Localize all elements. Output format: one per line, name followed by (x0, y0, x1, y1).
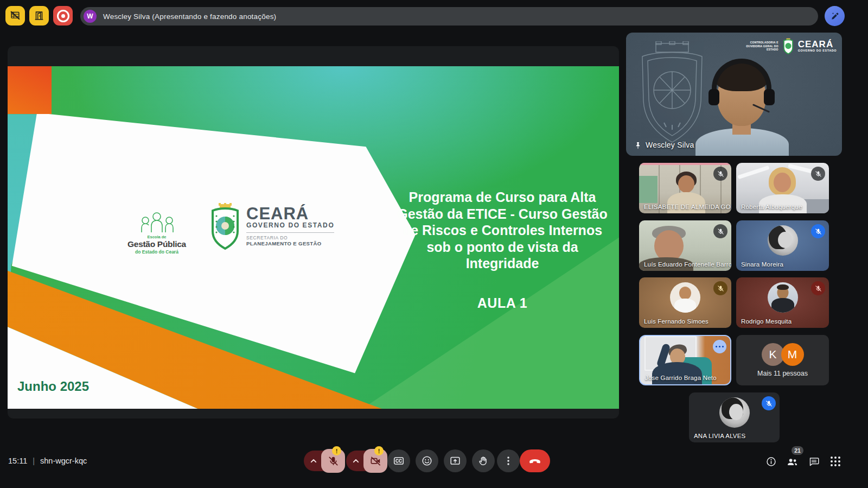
participant-tile-elisabete[interactable]: ELISABETE DE ALMEIDA GOM... (639, 163, 731, 213)
mute-indicator (811, 224, 825, 238)
slide-shape-red-block (8, 66, 52, 114)
tile-menu-button[interactable] (713, 340, 726, 353)
chat-icon (808, 456, 820, 467)
gov-logo-line3: SECRETARIA DO (246, 235, 334, 240)
people-icon (786, 455, 799, 468)
egp-people-icon (134, 212, 180, 233)
chevron-up-icon (308, 455, 319, 466)
participant-name: Luís Eduardo Fontenelle Barros (644, 261, 731, 268)
chat-button[interactable] (807, 455, 820, 468)
info-button[interactable] (764, 455, 777, 468)
gov-logo-line2: GOVERNO DO ESTADO (246, 221, 334, 233)
watermark-shield-icon (782, 38, 795, 54)
emoji-icon (421, 455, 433, 467)
end-call-button[interactable] (520, 449, 550, 472)
avatar (719, 397, 750, 428)
slide-lesson: AULA 1 (387, 295, 617, 311)
presenter-banner-label: Wescley Silva (Apresentando e fazendo an… (103, 12, 276, 21)
participant-name: Luis Fernando Simoes (644, 318, 709, 325)
mic-warning-badge: ! (332, 446, 341, 455)
more-icon (502, 455, 514, 467)
participant-name: ELISABETE DE ALMEIDA GOM... (644, 204, 731, 210)
overflow-tile-more-people[interactable]: K M Mais 11 pessoas (736, 335, 829, 385)
participant-tile-jose[interactable]: Jose Garrido Braga Neto (639, 335, 731, 385)
participant-tile-roberta[interactable]: Roberta Albuquerque (736, 163, 829, 213)
mic-off-icon (327, 455, 340, 467)
captions-button[interactable] (387, 449, 410, 472)
participant-tile-rodrigo[interactable]: Rodrigo Mesquita (736, 277, 829, 328)
crest-line-art (631, 41, 713, 147)
slide-title: Programa de Curso para Alta Gestão da ET… (387, 189, 617, 272)
camera-warning-badge: ! (374, 446, 384, 455)
participant-tile-sinara[interactable]: Sinara Moreira (736, 220, 829, 271)
clock-time: 15:11 (8, 457, 27, 465)
reactions-button[interactable] (416, 449, 438, 472)
hide-board-button[interactable] (5, 6, 25, 26)
more-options-button[interactable] (497, 449, 520, 472)
avatar (768, 225, 798, 256)
people-button[interactable] (786, 455, 799, 468)
hand-icon (477, 455, 489, 467)
slide-date: Junho 2025 (17, 379, 89, 394)
meeting-info: 15:11 | shn-wgcr-kqc (8, 457, 87, 465)
apps-grid-icon (831, 457, 840, 466)
record-icon (57, 10, 69, 22)
egp-logo-name: Gestão Pública (123, 239, 191, 249)
meet-window: W Wescley Silva (Apresentando e fazendo … (0, 0, 868, 488)
participant-name: Sinara Moreira (741, 261, 783, 268)
participant-tile-luis-fernando[interactable]: Luis Fernando Simoes (639, 277, 731, 328)
watermark-name: CEARÁ (798, 40, 837, 49)
record-button[interactable] (53, 6, 73, 26)
chevron-up-icon (350, 455, 361, 466)
ceara-shield-icon (209, 203, 241, 250)
mute-indicator (713, 224, 727, 238)
participant-tile-ana-livia[interactable]: ANA LIVIA ALVES (689, 392, 780, 442)
presenter-avatar: W (84, 10, 97, 23)
info-icon (765, 456, 777, 467)
watermark-sub: GOVERNO DO ESTADO (798, 49, 837, 52)
present-screen-icon (449, 455, 461, 467)
present-button[interactable] (444, 449, 467, 472)
mute-indicator (811, 167, 825, 181)
exit-door-button[interactable] (29, 6, 49, 26)
mute-indicator (811, 281, 825, 295)
meeting-code: shn-wgcr-kqc (40, 457, 87, 465)
presenter-banner[interactable]: W Wescley Silva (Apresentando e fazendo … (80, 7, 818, 26)
participant-name: ANA LIVIA ALVES (694, 433, 745, 439)
overflow-avatars: K M (762, 343, 804, 366)
ceara-gov-logo: CEARÁ GOVERNO DO ESTADO SECRETARIA DO PL… (209, 203, 334, 250)
pin-icon (634, 141, 642, 150)
slide: Escola de Gestão Pública do Estado do Ce… (8, 66, 619, 409)
participant-name: Rodrigo Mesquita (741, 318, 792, 325)
camera-off-icon (369, 455, 382, 467)
mute-indicator (713, 281, 727, 295)
gov-logo-line4: PLANEJAMENTO E GESTÃO (246, 240, 334, 246)
annotation-tool-button[interactable] (825, 6, 845, 26)
end-call-icon (528, 454, 542, 468)
participant-name: Roberta Albuquerque (741, 204, 802, 210)
pen-sparkle-icon (829, 11, 840, 22)
egp-logo-top: Escola de (123, 235, 191, 239)
participant-name: Jose Garrido Braga Neto (645, 375, 717, 381)
egp-logo: Escola de Gestão Pública do Estado do Ce… (123, 212, 191, 255)
mute-indicator (762, 396, 776, 410)
raise-hand-button[interactable] (472, 449, 495, 472)
headset (712, 59, 771, 98)
cc-icon (393, 455, 405, 467)
speaker-name: Wescley Silva (646, 141, 694, 149)
tile-watermark-logo: CONTROLADORIA E OUVIDORIA GERAL DO ESTAD… (745, 38, 837, 54)
gov-logo-name: CEARÁ (246, 206, 334, 221)
door-icon (33, 10, 45, 22)
presentation-stage[interactable]: Escola de Gestão Pública do Estado do Ce… (8, 46, 619, 419)
activities-button[interactable] (829, 455, 842, 468)
board-off-icon (9, 10, 21, 22)
avatar (768, 282, 798, 313)
egp-logo-bottom: do Estado do Ceará (123, 249, 191, 255)
mute-indicator (713, 167, 727, 181)
avatar-m: M (781, 343, 804, 366)
speaker-tile-wescley[interactable]: CONTROLADORIA E OUVIDORIA GERAL DO ESTAD… (626, 33, 842, 156)
avatar (670, 282, 700, 313)
watermark-org: CONTROLADORIA E OUVIDORIA GERAL DO ESTAD… (745, 41, 778, 52)
participant-tile-luis-eduardo[interactable]: Luís Eduardo Fontenelle Barros (639, 220, 731, 271)
participants-count-badge: 21 (792, 446, 803, 455)
